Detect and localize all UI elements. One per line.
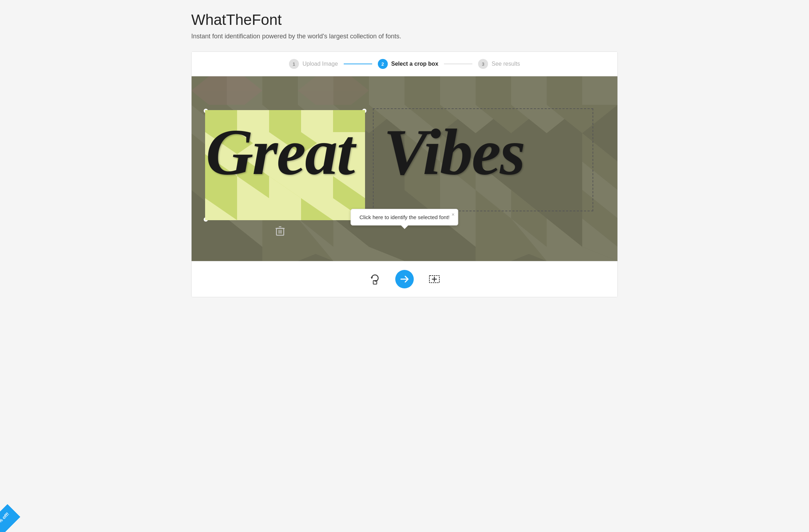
tooltip-close[interactable]: × [452,212,455,217]
svg-marker-12 [582,76,617,105]
step-2: 2 Select a crop box [378,59,439,69]
bottom-toolbar [192,261,617,297]
step-1-label: Upload Image [302,61,338,67]
crop-box-2[interactable] [373,108,593,211]
great-region [205,110,365,220]
step-3-circle: 3 [478,59,488,69]
tooltip-wrapper: × Click here to identify the selected fo… [350,209,458,226]
page-title: WhatTheFont [191,11,618,28]
wizard-container: 1 Upload Image 2 Select a crop box 3 See… [191,51,618,297]
great-region-bg [205,110,365,220]
trash-icon [275,226,285,237]
identify-button[interactable] [395,270,414,288]
step-2-label: Select a crop box [391,61,439,67]
rotate-icon [369,273,380,285]
add-crop-button[interactable] [425,270,444,288]
step-3-label: See results [492,61,520,67]
arrow-right-icon [399,273,410,285]
tooltip-text: Click here to identify the selected font… [359,214,449,220]
svg-marker-42 [333,110,365,132]
step-connector-2 [444,64,472,64]
step-bar: 1 Upload Image 2 Select a crop box 3 See… [192,52,617,76]
crop-area[interactable]: Great Vibes [192,76,617,261]
page-container: WhatTheFont Instant font identification … [177,0,632,309]
rotate-button[interactable] [365,270,384,288]
step-2-circle: 2 [378,59,388,69]
step-connector-1 [344,64,372,64]
step-1: 1 Upload Image [289,59,338,69]
step-3: 3 See results [478,59,520,69]
page-subtitle: Instant font identification powered by t… [191,33,618,40]
step-1-circle: 1 [289,59,299,69]
delete-crop-button[interactable] [275,226,285,239]
add-crop-icon [429,273,440,285]
tooltip-box: × Click here to identify the selected fo… [350,209,458,226]
svg-marker-60 [371,277,373,279]
